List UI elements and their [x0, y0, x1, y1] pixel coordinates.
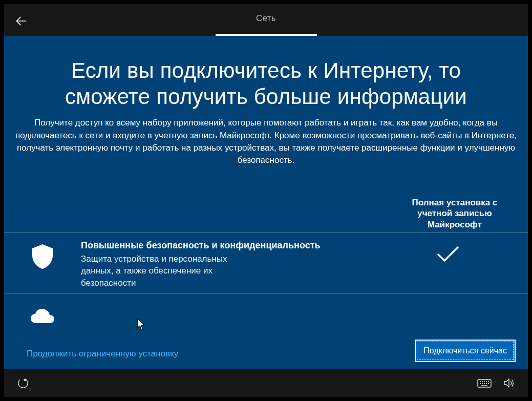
connect-now-label: Подключиться сейчас	[417, 342, 514, 360]
table-row	[4, 293, 528, 337]
checkmark-icon	[436, 245, 460, 264]
column-header-full-setup: Полная установка с учетной записью Майкр…	[396, 197, 514, 230]
content-area: Если вы подключитесь к Интернету, то смо…	[4, 36, 528, 369]
window-inner: Сеть Если вы подключитесь к Интернету, т…	[4, 4, 528, 397]
accessibility-icon	[17, 377, 29, 389]
back-button[interactable]	[13, 13, 29, 29]
row-heading: Повышенные безопасность и конфиденциальн…	[81, 240, 357, 251]
window-frame: Сеть Если вы подключитесь к Интернету, т…	[0, 0, 532, 401]
table-row: Повышенные безопасность и конфиденциальн…	[4, 233, 528, 293]
page-title: Если вы подключитесь к Интернету, то смо…	[4, 36, 528, 114]
volume-icon	[503, 377, 515, 389]
continue-limited-link[interactable]: Продолжить ограниченную установку	[27, 349, 178, 359]
cloud-icon	[29, 308, 56, 326]
row-desc: Защита устройства и персональных данных,…	[81, 253, 250, 289]
arrow-left-icon	[14, 14, 28, 28]
taskbar	[4, 369, 528, 397]
ease-of-access-button[interactable]	[15, 375, 31, 391]
tab-network[interactable]: Сеть	[256, 13, 276, 24]
connect-now-button[interactable]: Подключиться сейчас	[415, 340, 516, 362]
volume-button[interactable]	[501, 375, 517, 391]
keyboard-icon	[477, 378, 492, 388]
header-bar: Сеть	[4, 4, 528, 36]
page-subtitle: Получите доступ ко всему набору приложен…	[4, 114, 528, 166]
svg-point-0	[17, 377, 29, 389]
shield-icon	[30, 243, 55, 270]
keyboard-button[interactable]	[477, 375, 492, 391]
feature-table: Повышенные безопасность и конфиденциальн…	[4, 233, 528, 337]
